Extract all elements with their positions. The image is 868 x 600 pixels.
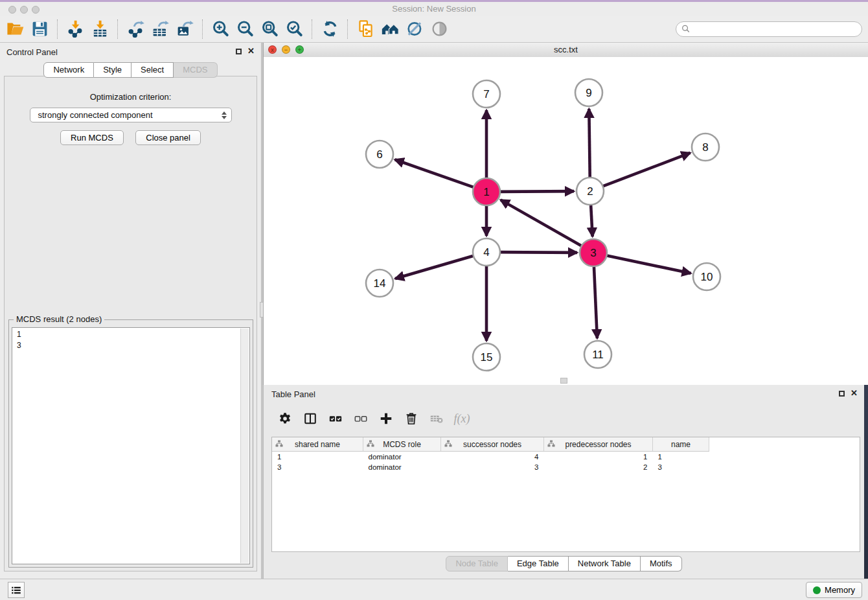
network-graph[interactable]: 7968124314101511	[264, 57, 867, 384]
unchecked-boxes-icon	[354, 411, 368, 426]
export-network-button[interactable]	[124, 18, 147, 40]
mcds-result-groupbox: MCDS result (2 nodes) 13	[8, 319, 253, 568]
tab-motifs[interactable]: Motifs	[641, 556, 682, 571]
edge-2-3[interactable]	[591, 203, 593, 237]
node-table: shared nameMCDS rolesuccessor nodesprede…	[271, 437, 860, 552]
import-network-button[interactable]	[63, 18, 87, 40]
network-canvas[interactable]: 7968124314101511	[264, 57, 868, 385]
table-row[interactable]: 3dominator323	[272, 462, 709, 472]
main-toolbar	[0, 16, 868, 43]
create-column-button[interactable]	[378, 410, 394, 428]
edge-3-11[interactable]	[594, 265, 597, 338]
node-label-3: 3	[590, 247, 596, 259]
table-panel-close-button[interactable]: ✕	[851, 389, 858, 397]
tab-select[interactable]: Select	[131, 62, 174, 78]
function-builder-button[interactable]: f(x)	[453, 410, 470, 428]
zoom-out-button[interactable]	[233, 18, 257, 40]
edge-4-3[interactable]	[499, 252, 577, 253]
result-line: 3	[17, 340, 245, 351]
tab-style[interactable]: Style	[94, 62, 131, 78]
network-close-button[interactable]: x	[268, 45, 277, 54]
toolbar-separator	[312, 19, 312, 39]
tab-network-table[interactable]: Network Table	[569, 556, 641, 571]
refresh-button[interactable]	[318, 18, 341, 40]
column-header-mcds-role[interactable]: MCDS role	[363, 437, 441, 452]
edge-1-2[interactable]	[499, 191, 574, 192]
tab-node-table[interactable]: Node Table	[446, 556, 508, 571]
edge-2-8[interactable]	[602, 153, 691, 187]
column-header-predecessor-nodes[interactable]: predecessor nodes	[544, 437, 653, 452]
column-header-successor-nodes[interactable]: successor nodes	[441, 437, 544, 452]
table-cell: dominator	[363, 452, 441, 463]
edge-3-1[interactable]	[501, 200, 583, 246]
edge-4-14[interactable]	[395, 255, 475, 279]
column-header-shared-name[interactable]: shared name	[272, 437, 363, 452]
zoom-fit-button[interactable]	[258, 18, 281, 40]
column-type-icon	[275, 440, 283, 447]
control-panel-float-button[interactable]	[236, 49, 242, 54]
network-window-titlebar[interactable]: x − + scc.txt	[264, 43, 868, 58]
deselect-all-columns-button[interactable]	[352, 410, 369, 428]
new-network-from-selection-button[interactable]	[354, 18, 377, 40]
checked-boxes-icon	[328, 411, 343, 426]
table-cell: 1	[653, 452, 709, 463]
delete-table-icon	[429, 411, 444, 426]
zoom-selected-button[interactable]	[282, 18, 306, 40]
criterion-selected-value: strongly connected component	[38, 110, 222, 120]
tab-edge-table[interactable]: Edge Table	[508, 556, 569, 571]
table-toolbar: f(x)	[277, 406, 470, 432]
delete-table-button[interactable]	[428, 410, 445, 428]
save-session-button[interactable]	[28, 18, 51, 40]
canvas-resize-grip[interactable]	[560, 378, 567, 384]
network-minimize-button[interactable]: −	[282, 45, 290, 54]
delete-columns-button[interactable]	[403, 410, 420, 428]
zoom-out-icon	[236, 19, 255, 38]
search-field[interactable]	[676, 21, 862, 37]
window-zoom-button[interactable]	[32, 6, 40, 14]
control-panel-close-button[interactable]: ✕	[247, 47, 255, 55]
tab-mcds[interactable]: MCDS	[174, 62, 217, 78]
mcds-result-textarea[interactable]: 13	[12, 327, 250, 564]
panels-menu-button[interactable]	[8, 582, 25, 598]
export-image-button[interactable]	[173, 18, 196, 40]
memory-button[interactable]: Memory	[806, 582, 862, 598]
birds-eye-view-button[interactable]	[428, 18, 451, 40]
open-session-button[interactable]	[3, 18, 27, 40]
import-table-button[interactable]	[88, 18, 111, 40]
plus-icon	[379, 411, 393, 426]
export-table-button[interactable]	[148, 18, 172, 40]
search-input[interactable]	[691, 23, 862, 36]
edge-1-6[interactable]	[395, 159, 475, 187]
search-icon	[681, 24, 691, 34]
window-close-button[interactable]	[8, 6, 16, 14]
tab-network[interactable]: Network	[43, 62, 94, 78]
select-all-columns-button[interactable]	[327, 410, 344, 428]
show-column-panel-button[interactable]	[302, 410, 319, 428]
network-overview-button[interactable]	[378, 18, 402, 40]
network-maximize-button[interactable]: +	[295, 45, 304, 54]
column-header-name[interactable]: name	[653, 437, 709, 452]
edge-3-10[interactable]	[606, 255, 691, 273]
zoom-in-button[interactable]	[209, 18, 232, 40]
table-cell: 3	[441, 462, 544, 472]
import-network-icon	[66, 19, 85, 38]
node-label-11: 11	[592, 349, 604, 361]
edge-2-9[interactable]	[589, 109, 589, 179]
list-icon	[10, 584, 22, 596]
table-row[interactable]: 1dominator411	[272, 452, 709, 463]
table-panel-float-button[interactable]	[839, 391, 845, 397]
window-controls	[8, 6, 40, 14]
run-mcds-button[interactable]: Run MCDS	[60, 130, 124, 145]
criterion-select[interactable]: strongly connected component	[30, 108, 232, 122]
control-panel-header: Control Panel ✕	[0, 43, 261, 61]
table-options-button[interactable]	[277, 410, 293, 428]
result-scrollbar[interactable]	[240, 329, 249, 563]
status-bar: Memory	[0, 579, 868, 600]
window-minimize-button[interactable]	[20, 6, 28, 14]
table-cell: dominator	[363, 462, 441, 472]
column-type-icon	[444, 440, 452, 447]
table-panel-title: Table Panel	[271, 389, 315, 399]
close-panel-button[interactable]: Close panel	[135, 130, 201, 145]
toggle-graphics-details-button[interactable]	[403, 18, 426, 40]
import-table-icon	[91, 19, 109, 38]
